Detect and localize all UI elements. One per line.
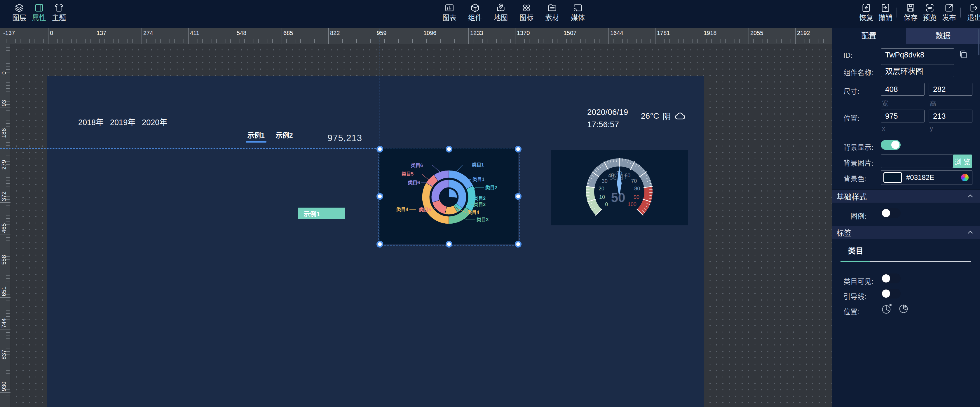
year-item[interactable]: 2019年 — [110, 116, 135, 127]
properties-panel-icon — [34, 3, 44, 13]
ruler-tick — [6, 402, 10, 402]
tool-media[interactable]: 媒体 — [566, 3, 590, 26]
color-swatch[interactable] — [883, 172, 902, 183]
resize-handle-nw[interactable] — [377, 146, 383, 152]
ruler-tick — [6, 120, 10, 120]
year-item[interactable]: 2020年 — [142, 116, 167, 127]
ruler-tick — [361, 40, 361, 43]
ruler-tick — [636, 40, 637, 43]
tab-data[interactable]: 数据 — [906, 28, 980, 44]
weather-widget[interactable]: 26°C 阴 — [641, 110, 686, 122]
ruler-tick — [506, 40, 506, 43]
resize-handle-ne[interactable] — [515, 146, 522, 152]
year-selector-widget[interactable]: 2018年 2019年 2020年 — [78, 116, 167, 127]
tool-icons[interactable]: 图标 — [514, 3, 539, 26]
label-position-outside-icon[interactable] — [881, 302, 892, 314]
selection-outline — [379, 148, 519, 245]
tool-layers-label: 图层 — [12, 14, 26, 22]
theme-shirt-icon — [54, 3, 64, 13]
ruler-tick — [618, 40, 618, 43]
browse-button[interactable]: 浏 览 — [953, 155, 972, 168]
ruler-tick — [721, 40, 721, 43]
ruler-tick — [6, 310, 10, 310]
ruler-tick — [716, 40, 716, 43]
ruler-tick — [735, 40, 735, 43]
bg-color-field[interactable]: #03182E — [881, 170, 972, 185]
ruler-label: 548 — [237, 30, 246, 36]
category-visible-toggle[interactable] — [881, 274, 900, 283]
ruler-tick — [370, 40, 371, 43]
ruler-tick — [805, 40, 805, 43]
ruler-tick — [6, 101, 10, 101]
ruler-tick — [324, 40, 324, 43]
bg-image-input[interactable] — [881, 155, 953, 168]
demo-tabs-widget[interactable]: 示例1 示例2 — [248, 130, 293, 143]
horizontal-ruler[interactable]: -137013727441154868582295910961233137015… — [0, 28, 832, 44]
guide-line-toggle[interactable] — [881, 289, 900, 299]
ruler-tick — [76, 40, 76, 43]
ruler-tick — [6, 88, 10, 89]
ruler-tick — [146, 40, 146, 43]
inspector-panel: 配置 数据 ID: 组件名称: 尺寸: 宽 高 位置: x y 背景显示: 背景… — [832, 28, 980, 407]
ruler-tick — [711, 40, 711, 43]
position-y-input[interactable] — [929, 109, 972, 122]
action-exit[interactable]: 退出 — [962, 3, 980, 26]
action-undo[interactable]: 撤销 — [873, 3, 898, 26]
gauge-component[interactable]: 类目1010203040506070809010050 — [551, 150, 688, 225]
datetime-widget[interactable]: 2020/06/19 17:56:57 — [587, 106, 628, 131]
chart-icon — [444, 3, 454, 13]
bg-show-toggle[interactable] — [881, 140, 900, 150]
year-item[interactable]: 2018年 — [78, 116, 103, 127]
resize-handle-sw[interactable] — [377, 241, 383, 247]
tool-material[interactable]: 素材 — [540, 3, 565, 26]
subtab-track-line — [870, 261, 971, 262]
ruler-tick — [791, 40, 791, 43]
design-canvas[interactable]: 2018年 2019年 2020年 示例1 示例2 975,213 2020/0… — [47, 76, 704, 407]
demo-tab-1[interactable]: 示例1 — [248, 130, 265, 143]
category-subtab[interactable]: 类目 — [848, 245, 863, 256]
resize-handle-se[interactable] — [515, 241, 522, 247]
resize-handle-e[interactable] — [515, 193, 522, 200]
legend-toggle[interactable] — [881, 208, 900, 218]
size-width-input[interactable] — [881, 83, 924, 96]
ruler-tick — [426, 40, 427, 43]
action-publish[interactable]: 发布 — [937, 3, 961, 26]
ruler-tick — [6, 174, 10, 174]
resize-handle-s[interactable] — [445, 241, 452, 247]
ruler-tick — [258, 40, 259, 43]
sample-button-label: 示例1 — [304, 209, 320, 218]
resize-handle-w[interactable] — [377, 193, 383, 200]
ruler-tick — [6, 95, 10, 95]
ruler-tick — [436, 40, 436, 43]
copy-id-icon[interactable] — [958, 49, 968, 60]
id-input[interactable] — [881, 48, 954, 61]
tool-theme[interactable]: 主题 — [47, 3, 71, 26]
demo-tab-2[interactable]: 示例2 — [276, 130, 293, 143]
position-x-input[interactable] — [881, 109, 924, 122]
panel-scrollbar-thumb[interactable] — [978, 29, 979, 55]
color-wheel-icon[interactable] — [961, 174, 969, 181]
label-position-inside-icon[interactable] — [898, 302, 909, 314]
sample-button-widget[interactable]: 示例1 — [298, 207, 345, 219]
tool-components[interactable]: 组件 — [463, 3, 487, 26]
ruler-tick — [0, 202, 11, 203]
size-height-input[interactable] — [929, 83, 972, 96]
ruler-tick — [342, 40, 343, 43]
ruler-tick — [6, 161, 10, 162]
tool-charts-label: 图表 — [442, 14, 457, 22]
category-subtab-underline — [840, 261, 870, 262]
ruler-tick — [6, 367, 10, 367]
ruler-tick — [188, 28, 189, 44]
section-tag[interactable]: 标签 — [832, 226, 980, 239]
ruler-tick — [454, 40, 455, 43]
vertical-ruler[interactable]: 093186279372465558651744837930 — [0, 44, 11, 407]
action-undo-label: 撤销 — [878, 14, 892, 22]
ruler-label: 137 — [97, 30, 106, 36]
tool-charts[interactable]: 图表 — [437, 3, 462, 26]
tab-config[interactable]: 配置 — [832, 28, 906, 44]
section-basic-style[interactable]: 基础样式 — [832, 190, 980, 203]
component-name-input[interactable] — [881, 64, 954, 77]
publish-icon — [944, 3, 954, 13]
tool-map[interactable]: 地图 — [488, 3, 513, 26]
resize-handle-n[interactable] — [445, 146, 452, 152]
